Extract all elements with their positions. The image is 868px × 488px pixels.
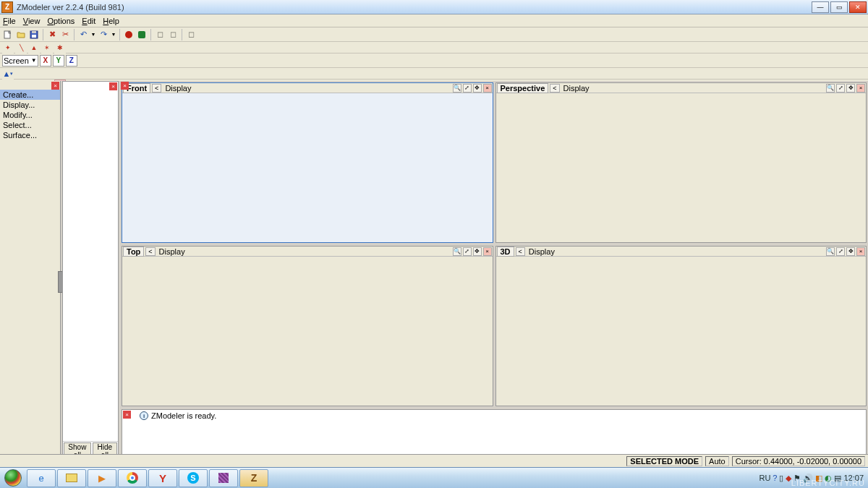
- undo-button[interactable]: ↶: [77, 29, 89, 40]
- tray-flag-icon[interactable]: ▯: [779, 474, 783, 483]
- app-icon: Z: [1, 1, 13, 13]
- zoom-in-icon[interactable]: 🔍: [826, 247, 835, 256]
- tree-close-icon[interactable]: ×: [109, 82, 117, 90]
- viewport-close-icon[interactable]: ×: [483, 247, 492, 256]
- zoom-extent-icon[interactable]: ⤢: [836, 84, 845, 93]
- viewport-nav-prev-icon[interactable]: <: [516, 247, 525, 256]
- taskbar-chrome[interactable]: [118, 469, 147, 487]
- pan-icon[interactable]: ✥: [846, 84, 855, 93]
- undo-dropdown[interactable]: ▼: [90, 29, 96, 40]
- sidebar-item-select[interactable]: Select...: [0, 120, 60, 130]
- minimize-button[interactable]: —: [812, 1, 829, 13]
- maximize-button[interactable]: ▭: [830, 1, 848, 13]
- viewport-close-icon[interactable]: ×: [483, 84, 492, 93]
- svg-rect-2: [32, 35, 36, 38]
- save-button[interactable]: [28, 29, 40, 40]
- taskbar-explorer[interactable]: [57, 469, 86, 487]
- viewport-canvas[interactable]: [122, 93, 493, 242]
- viewport-display-label[interactable]: Display: [162, 84, 194, 93]
- menu-view[interactable]: View: [23, 17, 41, 25]
- separator: [74, 29, 75, 40]
- viewport-display-label[interactable]: Display: [156, 247, 188, 256]
- sidebar-item-create[interactable]: Create...: [0, 90, 60, 100]
- axis-x-button[interactable]: X: [40, 55, 51, 67]
- viewport-nav-prev-icon[interactable]: <: [145, 247, 155, 256]
- redo-dropdown[interactable]: ▼: [111, 29, 116, 40]
- viewgrid-close-icon[interactable]: ×: [121, 82, 129, 90]
- axis-y-button[interactable]: Y: [53, 55, 64, 67]
- viewport-nav-prev-icon[interactable]: <: [550, 84, 559, 93]
- viewport-title[interactable]: 3D: [497, 247, 514, 257]
- object-tool[interactable]: ✶: [41, 42, 53, 53]
- taskbar-zmodeler[interactable]: Z: [239, 469, 268, 487]
- taskbar-skype[interactable]: S: [179, 469, 208, 487]
- redo-button[interactable]: ↷: [98, 29, 109, 40]
- viewport-canvas[interactable]: [496, 257, 867, 406]
- zoom-extent-icon[interactable]: ⤢: [463, 247, 472, 256]
- tool-c-button[interactable]: ◻: [185, 29, 197, 40]
- tray-app3-icon[interactable]: ▤: [834, 474, 841, 483]
- sidebar-item-surface[interactable]: Surface...: [0, 130, 60, 140]
- tray-lang[interactable]: RU: [759, 474, 770, 482]
- zoom-extent-icon[interactable]: ⤢: [836, 247, 845, 256]
- element-tool[interactable]: ✱: [54, 42, 66, 53]
- viewport-head: Top < Display 🔍 ⤢ ✥ ×: [122, 247, 493, 257]
- menu-options[interactable]: Options: [47, 17, 75, 25]
- axis-z-button[interactable]: Z: [66, 55, 77, 67]
- edge-tool[interactable]: ╲: [15, 42, 27, 53]
- open-button[interactable]: [15, 29, 27, 40]
- tray-vol-icon[interactable]: 🔊: [803, 474, 813, 483]
- taskbar-winrar[interactable]: [209, 469, 238, 487]
- cut-button[interactable]: ✂: [59, 29, 71, 40]
- taskbar-ie[interactable]: e: [27, 469, 56, 487]
- tool-a-button[interactable]: ◻: [154, 29, 166, 40]
- face-tool[interactable]: ▲: [28, 42, 40, 53]
- viewport-3d[interactable]: 3D < Display 🔍 ⤢ ✥ ×: [495, 246, 867, 406]
- viewport-nav-prev-icon[interactable]: <: [152, 84, 161, 93]
- coord-system-dropdown[interactable]: Screen ▼: [2, 55, 38, 67]
- tray-app1-icon[interactable]: ◧: [815, 474, 822, 483]
- pan-icon[interactable]: ✥: [473, 84, 482, 93]
- close-button[interactable]: ✕: [849, 1, 867, 13]
- viewport-title[interactable]: Top: [123, 247, 144, 257]
- viewport-front[interactable]: Front < Display 🔍 ⤢ ✥ ×: [122, 82, 493, 243]
- primitive-dropdown[interactable]: ▲▾: [2, 68, 14, 80]
- viewport-close-icon[interactable]: ×: [856, 84, 865, 93]
- tool-b-button[interactable]: ◻: [167, 29, 179, 40]
- zoom-in-icon[interactable]: 🔍: [826, 84, 835, 93]
- zoom-in-icon[interactable]: 🔍: [453, 247, 461, 256]
- delete-button[interactable]: ✖: [46, 29, 58, 40]
- tray-app2-icon[interactable]: ◐: [825, 474, 832, 483]
- vertex-tool[interactable]: ✦: [2, 42, 14, 53]
- viewport-display-label[interactable]: Display: [561, 84, 592, 93]
- start-button[interactable]: [0, 468, 26, 489]
- viewport-top[interactable]: Top < Display 🔍 ⤢ ✥ ×: [122, 246, 493, 406]
- tray-net-icon[interactable]: ⚑: [793, 474, 801, 483]
- taskbar-wmp[interactable]: ▶: [88, 469, 116, 487]
- menu-help[interactable]: Help: [103, 17, 119, 25]
- log-close-icon[interactable]: ×: [123, 411, 131, 419]
- stop-button[interactable]: [123, 29, 135, 40]
- zoom-in-icon[interactable]: 🔍: [453, 84, 461, 93]
- viewport-perspective[interactable]: Perspective < Display 🔍 ⤢ ✥ ×: [495, 82, 867, 243]
- viewport-close-icon[interactable]: ×: [856, 247, 865, 256]
- tray-help-icon[interactable]: ?: [773, 474, 777, 482]
- new-button[interactable]: [2, 29, 14, 40]
- sidebar-item-modify[interactable]: Modify...: [0, 110, 60, 120]
- render-button[interactable]: [136, 29, 148, 40]
- sidebar-item-display[interactable]: Display...: [0, 100, 60, 110]
- tree-body[interactable]: [63, 82, 118, 441]
- pan-icon[interactable]: ✥: [846, 247, 855, 256]
- viewport-canvas[interactable]: [496, 93, 867, 242]
- sidebar-close-icon[interactable]: ×: [51, 82, 59, 90]
- menu-file[interactable]: File: [3, 17, 16, 25]
- tray-clock[interactable]: 12:07: [843, 474, 864, 482]
- viewport-display-label[interactable]: Display: [526, 247, 558, 256]
- viewport-canvas[interactable]: [122, 257, 493, 406]
- pan-icon[interactable]: ✥: [473, 247, 482, 256]
- taskbar-yandex[interactable]: Y: [148, 469, 177, 487]
- viewport-title[interactable]: Perspective: [497, 83, 549, 93]
- zoom-extent-icon[interactable]: ⤢: [463, 84, 472, 93]
- menu-edit[interactable]: Edit: [82, 17, 95, 25]
- tray-av-icon[interactable]: ◆: [786, 474, 791, 483]
